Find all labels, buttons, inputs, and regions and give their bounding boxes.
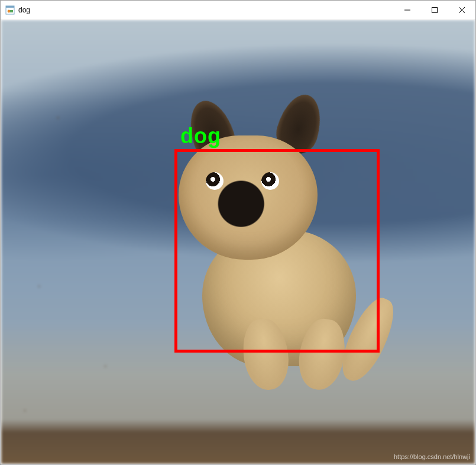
app-icon (5, 5, 15, 15)
titlebar-left: dog (1, 5, 30, 15)
application-window: dog (0, 0, 476, 465)
minimize-button[interactable] (394, 1, 421, 19)
titlebar[interactable]: dog (1, 1, 475, 20)
svg-rect-3 (10, 10, 13, 12)
image-canvas: dog https://blog.csdn.net/hlnwji (1, 20, 475, 464)
content-area: dog https://blog.csdn.net/hlnwji (1, 20, 475, 464)
maximize-button[interactable] (421, 1, 448, 19)
svg-point-2 (8, 9, 11, 12)
window-controls (394, 1, 475, 19)
svg-rect-1 (6, 6, 14, 8)
svg-rect-5 (432, 7, 438, 12)
close-button[interactable] (448, 1, 475, 19)
dog-illustration (173, 118, 386, 372)
window-title: dog (18, 6, 30, 14)
